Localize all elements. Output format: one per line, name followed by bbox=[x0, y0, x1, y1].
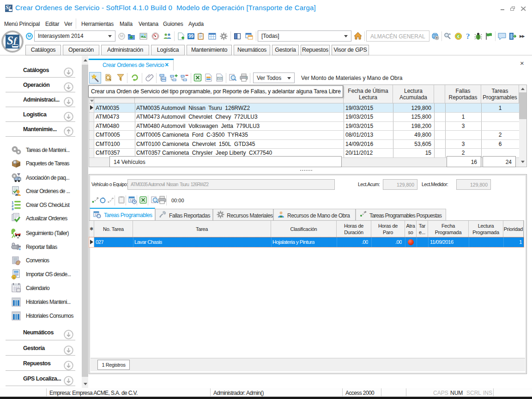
svg-text:€: € bbox=[457, 34, 459, 39]
svg-text:TXT: TXT bbox=[218, 77, 223, 80]
svg-text:3: 3 bbox=[12, 207, 14, 211]
svg-text:99: 99 bbox=[188, 34, 194, 39]
